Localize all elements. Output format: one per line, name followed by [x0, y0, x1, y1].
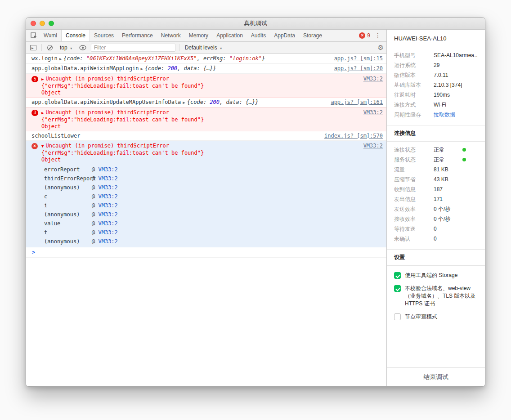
checkbox-unchecked-icon[interactable]: [394, 313, 401, 320]
remote-debug-window: 真机调试 Wxml Console Sources Performance Ne…: [26, 17, 485, 387]
tab-console[interactable]: Console: [61, 30, 90, 41]
error-detail: {"errMsg":"hideLoading:fail:toast can't …: [41, 116, 358, 123]
at-symbol: @: [92, 211, 95, 218]
source-link[interactable]: app.js? [sm]:15: [334, 55, 383, 62]
tab-performance[interactable]: Performance: [118, 30, 157, 41]
frame-source-link[interactable]: VM33:2: [98, 193, 117, 200]
error-object[interactable]: Object: [41, 89, 358, 96]
frame-source-link[interactable]: VM33:2: [98, 229, 117, 236]
console-settings-gear-icon[interactable]: ⚙: [378, 44, 384, 52]
info-label: 基础库版本: [394, 82, 434, 88]
close-button[interactable]: [31, 21, 36, 26]
info-label: 微信版本: [394, 72, 434, 78]
number-value: 200: [167, 65, 177, 71]
frame-source-link[interactable]: VM33:2: [98, 166, 117, 173]
info-row: 微信版本7.0.11: [387, 70, 485, 80]
frame-source-link[interactable]: VM33:2: [98, 202, 117, 209]
conn-row: 压缩节省43 KB: [387, 174, 485, 184]
checkbox-checked-icon[interactable]: [394, 272, 401, 279]
setting-skip-domain-check[interactable]: 不校验合法域名、web-view（业务域名）、TLS 版本以及 HTTPS 证书: [387, 282, 485, 310]
stack-frame: i@ VM33:2: [41, 201, 358, 210]
live-expression-eye-icon[interactable]: [78, 43, 87, 52]
source-link[interactable]: VM33:2: [363, 143, 383, 149]
tab-storage[interactable]: Storage: [299, 30, 326, 41]
frame-function: c: [44, 193, 92, 200]
end-debug-button[interactable]: 结束调试: [387, 367, 485, 386]
setting-node-inspect-mode[interactable]: 节点审查模式: [387, 310, 485, 323]
object-preview: }: [262, 55, 265, 62]
frame-function: i: [44, 202, 92, 209]
object-value: {…}: [246, 99, 256, 105]
more-options-icon[interactable]: ⋮: [372, 32, 384, 39]
source-link[interactable]: app.js? [sm]:20: [334, 65, 383, 72]
tab-audits[interactable]: Audits: [247, 30, 270, 41]
source-link[interactable]: index.js? [sm]:570: [324, 133, 383, 139]
window-title: 真机调试: [244, 19, 267, 27]
frame-source-link[interactable]: VM33:2: [98, 211, 117, 218]
fetch-cache-link[interactable]: 拉取数据: [434, 112, 478, 118]
disclosure-triangle-icon[interactable]: [59, 55, 62, 63]
console-sidebar-toggle-icon[interactable]: [29, 43, 38, 52]
conn-label: 收到信息: [394, 186, 434, 192]
info-row: 周期性缓存拉取数据: [387, 110, 485, 120]
tab-memory[interactable]: Memory: [185, 30, 212, 41]
repeat-count-badge: 3: [31, 110, 38, 116]
setting-use-tool-storage[interactable]: 使用工具端的 Storage: [387, 269, 485, 282]
log-levels-dropdown[interactable]: Default levels: [183, 44, 224, 52]
conn-label: 流量: [394, 166, 434, 173]
error-message: Uncaught (in promise) thirdScriptError: [45, 109, 169, 116]
console-prompt[interactable]: [26, 247, 386, 258]
conn-row: 收到信息187: [387, 184, 485, 194]
clear-console-icon[interactable]: [45, 43, 54, 52]
checkbox-checked-icon[interactable]: [394, 285, 401, 292]
tab-sources[interactable]: Sources: [90, 30, 118, 41]
frame-source-link[interactable]: VM33:2: [98, 175, 117, 182]
tab-network[interactable]: Network: [157, 30, 185, 41]
console-error-row-expanded: × Uncaught (in promise) thirdScriptError…: [26, 141, 386, 247]
setting-label: 节点审查模式: [405, 313, 437, 321]
frame-function: (anonymous): [44, 238, 92, 245]
tab-application[interactable]: Application: [212, 30, 247, 41]
string-value: "login:ok": [229, 55, 262, 62]
error-count-indicator[interactable]: × 9: [359, 32, 370, 39]
disclosure-triangle-icon[interactable]: [140, 65, 143, 72]
error-object[interactable]: Object: [41, 156, 358, 163]
tab-wxml[interactable]: Wxml: [40, 30, 61, 41]
object-preview: , data:: [177, 65, 203, 71]
at-symbol: @: [92, 166, 95, 173]
source-link[interactable]: app.js? [sm]:161: [331, 99, 383, 106]
error-detail: {"errMsg":"hideLoading:fail:toast can't …: [41, 83, 358, 89]
zoom-button[interactable]: [49, 21, 54, 26]
minimize-button[interactable]: [40, 21, 45, 26]
chevron-down-icon: [70, 45, 73, 51]
frame-source-link[interactable]: VM33:2: [98, 238, 117, 245]
log-label: app.globalData.apiWeixinUpdateMAppUserIn…: [31, 99, 181, 105]
info-label: 手机型号: [394, 52, 434, 58]
source-link[interactable]: VM33:2: [363, 109, 383, 116]
tab-appdata[interactable]: AppData: [270, 30, 299, 41]
at-symbol: @: [92, 238, 95, 245]
log-label: wx.login: [31, 55, 58, 62]
connection-info-block: 连接状态正常 服务状态正常 流量81 KB 压缩节省43 KB 收到信息187 …: [387, 142, 485, 249]
error-object[interactable]: Object: [41, 123, 358, 130]
stack-frame: errorReport@ VM33:2: [41, 165, 358, 174]
info-label: 往返耗时: [394, 92, 434, 98]
disclosure-triangle-icon[interactable]: [41, 109, 44, 116]
disclosure-triangle-icon[interactable]: [41, 76, 44, 83]
stack-frame: (anonymous)@ VM33:2: [41, 237, 358, 246]
disclosure-triangle-open-icon[interactable]: [41, 143, 44, 150]
frame-source-link[interactable]: VM33:2: [98, 220, 117, 227]
inspect-element-icon[interactable]: [28, 30, 40, 41]
disclosure-triangle-icon[interactable]: [183, 99, 185, 106]
conn-value: 0 个/秒: [434, 206, 478, 212]
stack-frame: c@ VM33:2: [41, 192, 358, 201]
source-link[interactable]: VM33:2: [363, 76, 383, 82]
info-value: 7.0.11: [434, 72, 478, 78]
frame-function: (anonymous): [44, 184, 92, 191]
filter-input[interactable]: [91, 44, 175, 52]
console-message-row: app.globalData.apiWeixinMAppLogin{code: …: [26, 64, 386, 74]
execution-context-dropdown[interactable]: top: [58, 44, 75, 52]
object-preview: {code:: [187, 99, 210, 105]
at-symbol: @: [92, 220, 95, 227]
frame-source-link[interactable]: VM33:2: [98, 184, 117, 191]
